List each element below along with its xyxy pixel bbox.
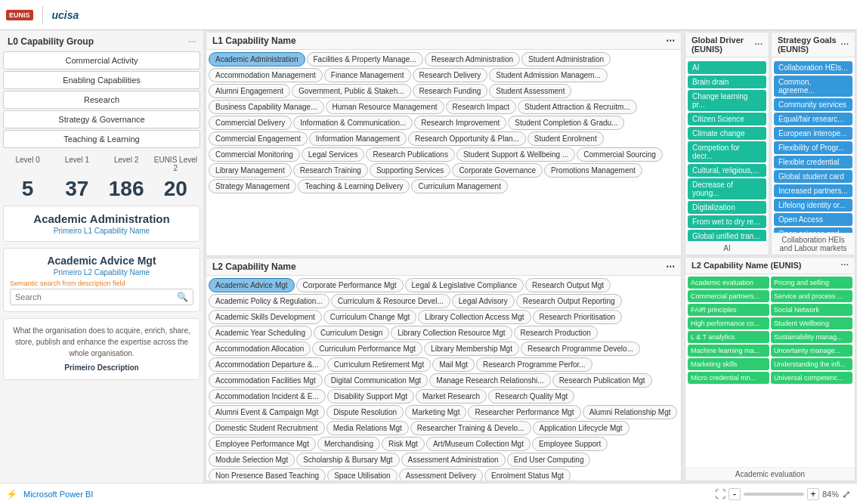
global-driver-item[interactable]: Brain drain [688, 76, 766, 88]
strategy-goal-item[interactable]: Lifelong identity or... [774, 199, 852, 212]
l2-item[interactable]: Research Output Mgt [525, 278, 611, 292]
l2-item[interactable]: Module Selection Mgt [209, 453, 295, 467]
l2eunis-item[interactable]: Uncertainty manage... [771, 345, 852, 357]
l2-item[interactable]: Enrolment Status Mgt [484, 468, 571, 481]
global-driver-item[interactable]: AI [688, 61, 766, 74]
capability-btn-research[interactable]: Research [3, 91, 200, 109]
l1-item[interactable]: Student Admission Managem... [489, 68, 607, 82]
zoom-in-button[interactable]: + [807, 488, 819, 500]
l1-item[interactable]: Commercial Delivery [209, 116, 292, 130]
l1-item[interactable]: Human Resource Management [326, 100, 444, 114]
l1-item[interactable]: Student Attraction & Recruitm... [518, 100, 637, 114]
l2eunis-item[interactable]: Student Wellbeing [771, 317, 852, 329]
l2-item[interactable]: Academic Skills Development [209, 310, 322, 324]
l2eunis-item[interactable]: Commercial partners... [688, 290, 769, 302]
global-driver-item[interactable]: Global unified tran... [688, 230, 766, 241]
l2-item[interactable]: Disability Support Mgt [327, 389, 414, 404]
l1-item[interactable]: Research Funding [413, 84, 488, 98]
l1-item[interactable]: Information Management [309, 131, 407, 146]
l2-item[interactable]: Researcher Performance Mgt [468, 405, 580, 419]
capability-btn-commercial-activity[interactable]: Commercial Activity [3, 51, 200, 70]
strategy-goal-item[interactable]: Equal/fair researc... [774, 113, 852, 125]
global-driver-item[interactable]: Cultural, religious,... [688, 164, 766, 177]
l1-item[interactable]: Curriculum Management [411, 179, 508, 193]
strategy-goal-item[interactable]: Open Access [774, 213, 852, 226]
l2-item[interactable]: Employee Support [532, 437, 608, 451]
global-driver-item[interactable]: Citizen Science [688, 113, 766, 125]
l2-item[interactable]: Art/Museum Collection Mgt [426, 437, 531, 451]
l1-item[interactable]: Research Impact [446, 100, 517, 114]
l1-item[interactable]: Business Capability Manage... [209, 100, 324, 114]
l1-item[interactable]: Commercial Sourcing [577, 147, 663, 162]
l1-item[interactable]: Research Delivery [413, 68, 488, 82]
l2-item[interactable]: Media Relations Mgt [326, 421, 409, 435]
global-driver-item[interactable]: Change learning pr... [688, 90, 766, 111]
l2-item[interactable]: Domestic Student Recruitment [209, 421, 325, 435]
l2eunis-item[interactable]: High performance co... [688, 317, 769, 329]
l1-item[interactable]: Research Administration [425, 52, 520, 66]
zoom-out-button[interactable]: - [729, 488, 741, 500]
l2eunis-item[interactable]: FAIR principles [688, 304, 769, 316]
strategy-goal-item[interactable]: Community services [774, 98, 852, 111]
capability-btn-strategy-&-governance[interactable]: Strategy & Governance [3, 110, 200, 128]
l2-item[interactable]: Alumni Event & Campaign Mgt [209, 405, 325, 419]
l1-item[interactable]: Research Training [293, 163, 368, 178]
l2-item[interactable]: Academic Advice Mgt [209, 278, 295, 292]
l2eunis-item[interactable]: Machine learning ma... [688, 345, 769, 357]
l1-item[interactable]: Library Management [209, 163, 292, 178]
strategy-goal-item[interactable]: Flexibility of Progr... [774, 141, 852, 154]
l2-item[interactable]: Scholarship & Bursary Mgt [296, 453, 399, 467]
l1-item[interactable]: Commercial Engagement [209, 131, 308, 146]
l2-item[interactable]: Accommodation Allocation [209, 342, 311, 356]
l2-item[interactable]: Curriculum & Resource Devel... [331, 294, 450, 308]
l1-item[interactable]: Student Enrolment [528, 131, 604, 146]
l1-item[interactable]: Student Administration [521, 52, 611, 66]
strategy-goal-item[interactable]: Increased partners... [774, 184, 852, 197]
l1-item[interactable]: Student Support & Wellbeing ... [456, 147, 575, 162]
l2-item[interactable]: Mail Mgt [432, 357, 475, 372]
l2-item[interactable]: Library Collection Resource Mgt [391, 326, 512, 340]
l1-item[interactable]: Promotions Management [544, 163, 642, 178]
global-driver-item[interactable]: Competion for decr... [688, 141, 766, 162]
l2-item[interactable]: Curriculum Design [314, 326, 389, 340]
l2-item[interactable]: Research Publication Mgt [552, 373, 652, 388]
l1-item[interactable]: Information & Communication... [293, 116, 413, 130]
l1-item[interactable]: Strategy Management [209, 179, 296, 193]
l1-item[interactable]: Research Publications [366, 147, 455, 162]
l2-item[interactable]: Curriculum Change Mgt [323, 310, 417, 324]
l1-item[interactable]: Legal Services [302, 147, 365, 162]
l2-item[interactable]: Accommodation Departure &... [209, 357, 326, 372]
l2-item[interactable]: Market Research [416, 389, 487, 404]
l2eunis-item[interactable]: Understanding the infi... [771, 358, 852, 370]
l2eunis-item[interactable]: Pricing and selling [771, 277, 852, 289]
l2-item[interactable]: Assessment Administration [401, 453, 506, 467]
global-driver-item[interactable]: Decrease of young... [688, 178, 766, 199]
l2-item[interactable]: Academic Year Scheduling [209, 326, 312, 340]
l2-item[interactable]: Legal Advisory [452, 294, 515, 308]
l1-item[interactable]: Corporate Governance [452, 163, 543, 178]
l2-item[interactable]: Research Production [514, 326, 598, 340]
fit-page-button[interactable]: ⛶ [715, 488, 726, 500]
l2-item[interactable]: Marketing Mgt [405, 405, 466, 419]
l2-item[interactable]: Manage Research Relationshi... [429, 373, 550, 388]
l2eunis-item[interactable]: Academic evaluation [688, 277, 769, 289]
l2-item[interactable]: Research Prioritisation [533, 310, 623, 324]
l2-item[interactable]: Accommodation Facilities Mgt [209, 373, 323, 388]
l2-item[interactable]: Space Utilisation [327, 468, 397, 481]
l2eunis-item[interactable]: Service and process ... [771, 290, 852, 302]
strategy-goal-item[interactable]: European interope... [774, 127, 852, 140]
l2-item[interactable]: Researcher Training & Develo... [410, 421, 531, 435]
l2-item[interactable]: End User Computing [507, 453, 591, 467]
l1-item[interactable]: Alumni Engagement [209, 84, 290, 98]
l2eunis-item[interactable]: Sustainability manag... [771, 331, 852, 343]
l2-item[interactable]: Accommodation Incident & E... [209, 389, 326, 404]
l1-item[interactable]: Academic Administration [209, 52, 305, 66]
zoom-slider[interactable] [744, 493, 804, 496]
global-driver-item[interactable]: Climate change [688, 127, 766, 140]
l2-item[interactable]: Research Output Reporting [516, 294, 622, 308]
l1-item[interactable]: Research Opportunity & Plan... [408, 131, 526, 146]
fullscreen-button[interactable]: ⤢ [842, 488, 851, 500]
l2-item[interactable]: Non Presence Based Teaching [209, 468, 326, 481]
l2-item[interactable]: Curriculum Retirement Mgt [327, 357, 431, 372]
l2-item[interactable]: Curriculum Performance Mgt [312, 342, 422, 356]
